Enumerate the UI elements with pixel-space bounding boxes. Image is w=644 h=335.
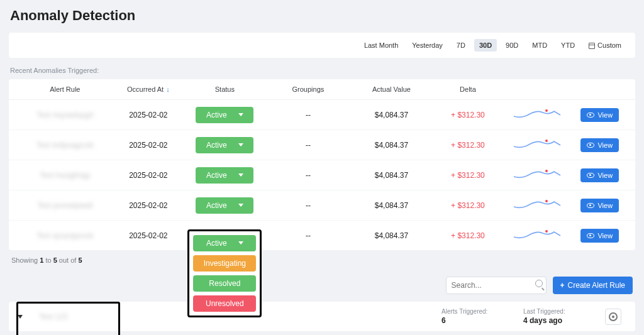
chevron-down-icon [238,113,243,116]
table-row: Test mquwdxpgrt 2025-02-02 Active -- $4,… [9,100,635,130]
status-option-investigating[interactable]: Investigating [193,255,256,272]
time-btn-mtd[interactable]: MTD [527,39,552,52]
table-row: Test hsoigfctqp 2025-02-02 Active -- $4,… [9,160,635,190]
delta-value: + $312.30 [433,171,502,180]
svg-point-0 [545,109,548,112]
col-status: Status [183,85,267,93]
eye-icon [587,233,594,238]
svg-point-3 [545,200,548,202]
rule-name: Test tmfpoagrcxb [36,141,94,150]
col-occurred-at[interactable]: Occurred At↓ [114,85,183,93]
status-dropdown[interactable]: Active [196,167,253,184]
actual-value: $4,084.37 [350,201,433,210]
delta-value: + $312.30 [433,231,502,240]
col-alert-rule: Alert Rule [16,85,114,93]
col-delta: Delta [433,85,502,93]
create-alert-rule-button[interactable]: +Create Alert Rule [553,277,633,294]
time-btn-7d[interactable]: 7D [452,39,470,52]
status-dropdown[interactable]: Active [196,197,253,214]
time-btn-custom[interactable]: Custom [584,39,626,52]
groupings: -- [267,141,350,150]
occurred-at: 2025-02-02 [114,171,183,180]
search-input[interactable] [446,277,547,294]
groupings: -- [267,231,350,240]
sparkline [513,136,562,151]
table-row: Test tmfpoagrcxb 2025-02-02 Active -- $4… [9,130,635,160]
table-row: Test pvxrwtptwdi 2025-02-02 Active -- $4… [9,190,635,221]
sort-down-icon: ↓ [166,85,170,93]
chevron-down-icon [18,315,23,319]
page-title: Anomaly Detection [10,8,635,24]
section-subtitle: Recent Anomalies Triggered: [10,67,635,74]
pagination: Showing 1 to 5 out of 5 [9,250,635,273]
sparkline [513,106,562,121]
rule-name: Test xpsynjqvvok [36,231,94,240]
svg-point-1 [545,140,548,142]
search-box [446,277,547,294]
occurred-at: 2025-02-02 [114,201,183,210]
delta-value: + $312.30 [433,141,502,150]
time-btn-90d[interactable]: 90D [501,39,523,52]
chevron-down-icon [238,173,243,177]
time-btn-yesterday[interactable]: Yesterday [407,39,448,52]
search-icon [535,280,543,287]
actual-value: $4,084.37 [350,231,433,240]
gear-icon [609,312,618,321]
col-actual: Actual Value [350,85,433,93]
view-button[interactable]: View [580,138,619,152]
sparkline [513,197,562,212]
sparkline [513,167,562,182]
time-btn-ytd[interactable]: YTD [556,39,580,52]
status-option-unresolved[interactable]: Unresolved [193,295,256,312]
alert-rules-list: Test 123 Alerts Triggered:6 Last Trigger… [9,302,635,335]
time-btn-30d[interactable]: 30D [474,39,497,52]
status-option-resolved[interactable]: Resolved [193,275,256,292]
view-button[interactable]: View [580,229,619,243]
status-option-active[interactable]: Active [193,235,256,251]
chevron-down-icon [238,204,243,207]
anomalies-table: Alert Rule Occurred At↓ Status Groupings… [9,79,635,250]
delta-value: + $312.30 [433,111,502,119]
eye-icon [587,203,594,208]
sparkline [513,227,562,242]
groupings: -- [267,201,350,210]
delta-value: + $312.30 [433,201,502,210]
rule-name: Test pvxrwtptwdi [37,201,92,210]
view-button[interactable]: View [580,108,619,122]
actual-value: $4,084.37 [350,171,433,180]
actual-value: $4,084.37 [350,111,433,119]
view-button[interactable]: View [580,168,619,182]
rule-name: Test hsoigfctqp [40,171,90,180]
plus-icon: + [560,281,565,290]
status-dropdown[interactable]: Active [196,137,253,153]
alerts-triggered: Alerts Triggered:6 [441,308,517,325]
groupings: -- [267,111,350,119]
table-row: Test xpsynjqvvok 2025-02-02 Active Inves… [9,221,635,250]
status-dropdown[interactable]: Active [196,107,253,123]
col-groupings: Groupings [267,85,350,93]
eye-icon [587,143,594,148]
time-range-bar: Last Month Yesterday 7D 30D 90D MTD YTD … [9,33,635,58]
time-custom-label: Custom [597,41,621,49]
settings-button[interactable] [605,309,621,325]
svg-point-2 [545,170,548,172]
status-dropdown-open: Active Investigating Resolved Unresolved [187,229,262,317]
eye-icon [587,173,594,178]
chevron-down-icon [238,241,243,244]
occurred-at: 2025-02-02 [114,231,183,240]
groupings: -- [267,171,350,180]
view-button[interactable]: View [580,199,619,212]
svg-point-4 [545,230,548,233]
eye-icon [587,113,594,118]
last-triggered: Last Triggered:4 days ago [523,308,599,325]
occurred-at: 2025-02-02 [114,141,183,150]
alert-rule-row[interactable]: Test 123 Alerts Triggered:6 Last Trigger… [9,302,635,331]
rule-name: Test mquwdxpgrt [36,111,94,119]
table-header: Alert Rule Occurred At↓ Status Groupings… [9,79,635,100]
calendar-icon [589,43,595,49]
chevron-down-icon [238,143,243,146]
time-btn-last-month[interactable]: Last Month [359,39,403,52]
occurred-at: 2025-02-02 [114,111,183,119]
actual-value: $4,084.37 [350,141,433,150]
